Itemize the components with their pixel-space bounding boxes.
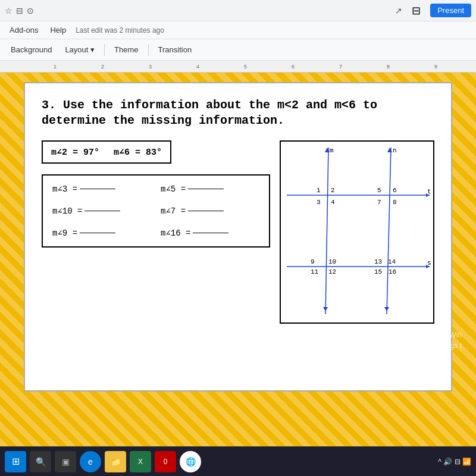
angle3-item: m∠3 = bbox=[52, 184, 151, 194]
angle7-label: m∠7 = bbox=[161, 206, 186, 216]
svg-text:11: 11 bbox=[311, 268, 319, 275]
taskbar-tray: ^ 🔊 ⊟ 📶 bbox=[438, 458, 471, 466]
svg-text:6: 6 bbox=[393, 187, 397, 194]
angle10-label: m∠10 = bbox=[52, 206, 82, 216]
layout-button[interactable]: Layout ▾ bbox=[59, 43, 101, 57]
angle7-item: m∠7 = bbox=[161, 206, 259, 216]
svg-text:2: 2 bbox=[331, 187, 335, 194]
svg-text:10: 10 bbox=[328, 258, 336, 265]
svg-text:16: 16 bbox=[389, 268, 396, 275]
explorer-icon[interactable]: 📁 bbox=[105, 451, 126, 472]
svg-marker-20 bbox=[387, 148, 392, 152]
background-button[interactable]: Background bbox=[5, 43, 58, 57]
slide-wrapper: 3. Use the information about the m<2 and… bbox=[10, 82, 466, 392]
activate-line2: Go to Settings t bbox=[412, 340, 462, 351]
svg-text:6: 6 bbox=[292, 64, 295, 70]
chrome-icons: ☆ ⊟ ⊙ bbox=[5, 6, 34, 15]
angle3-line bbox=[80, 189, 115, 189]
fill-row-1: m∠3 = m∠5 = bbox=[52, 184, 259, 194]
minimize-icon[interactable]: ⊟ bbox=[412, 4, 421, 17]
svg-text:n: n bbox=[393, 147, 397, 154]
slide: 3. Use the information about the m<2 and… bbox=[24, 82, 452, 392]
svg-text:m: m bbox=[330, 147, 334, 154]
svg-text:13: 13 bbox=[374, 258, 382, 265]
screen: ☆ ⊟ ⊙ ↗ ⊟ Present Add-ons Help Last edit… bbox=[0, 0, 476, 476]
svg-text:4: 4 bbox=[196, 64, 199, 70]
toolbar: Background Layout ▾ Theme Transition bbox=[0, 39, 476, 61]
svg-text:9: 9 bbox=[311, 258, 315, 265]
angle10-line bbox=[84, 211, 120, 211]
svg-text:12: 12 bbox=[328, 268, 336, 275]
edge-icon[interactable]: e bbox=[80, 451, 101, 472]
chrome-icon[interactable]: 🌐 bbox=[180, 451, 201, 472]
svg-text:7: 7 bbox=[377, 199, 381, 206]
menu-help[interactable]: Help bbox=[45, 24, 71, 36]
search-taskbar[interactable]: 🔍 bbox=[30, 451, 51, 472]
angle5-label: m∠5 = bbox=[161, 184, 186, 194]
svg-text:5: 5 bbox=[244, 64, 247, 70]
bookmark-icon[interactable]: ⊟ bbox=[16, 6, 23, 15]
toolbar-separator-2 bbox=[148, 44, 149, 56]
angle16-line bbox=[193, 233, 228, 233]
given-box: m∠2 = 97° m∠6 = 83° bbox=[42, 140, 171, 164]
angle9-label: m∠9 = bbox=[52, 228, 77, 238]
menu-addons[interactable]: Add-ons bbox=[5, 24, 43, 36]
svg-text:8: 8 bbox=[393, 199, 397, 206]
angle2-label: m∠2 = 97° bbox=[51, 146, 99, 158]
last-edit-label: Last edit was 2 minutes ago bbox=[76, 26, 164, 35]
svg-marker-39 bbox=[384, 307, 389, 311]
content-row: m∠2 = 97° m∠6 = 83° m∠3 = bbox=[42, 140, 434, 324]
svg-text:s: s bbox=[427, 259, 431, 267]
diagram-svg: t s m bbox=[281, 142, 434, 320]
tray-icons: ^ 🔊 ⊟ 📶 bbox=[438, 458, 471, 466]
svg-text:5: 5 bbox=[377, 187, 381, 194]
slide-title: 3. Use the information about the m<2 and… bbox=[42, 98, 434, 129]
svg-text:15: 15 bbox=[374, 268, 382, 275]
star-icon[interactable]: ☆ bbox=[5, 6, 12, 15]
svg-text:7: 7 bbox=[339, 64, 342, 70]
toolbar-separator bbox=[104, 44, 105, 56]
activate-line1: Activate Win bbox=[412, 330, 462, 340]
trend-icon: ↗ bbox=[395, 6, 402, 15]
svg-marker-38 bbox=[323, 307, 328, 311]
svg-text:3: 3 bbox=[149, 64, 152, 70]
angle16-item: m∠16 = bbox=[161, 228, 259, 238]
angle3-label: m∠3 = bbox=[52, 184, 77, 194]
task-view-button[interactable]: ▣ bbox=[55, 451, 76, 472]
present-button[interactable]: Present bbox=[430, 4, 471, 17]
theme-button[interactable]: Theme bbox=[108, 43, 144, 57]
angle9-item: m∠9 = bbox=[52, 228, 151, 238]
chrome-bar: ☆ ⊟ ⊙ ↗ ⊟ Present bbox=[0, 0, 476, 21]
svg-text:2: 2 bbox=[101, 64, 104, 70]
svg-text:1: 1 bbox=[54, 64, 57, 70]
svg-text:8: 8 bbox=[387, 64, 390, 70]
svg-text:9: 9 bbox=[434, 64, 437, 70]
start-button[interactable]: ⊞ bbox=[5, 451, 26, 472]
menu-bar: Add-ons Help Last edit was 2 minutes ago bbox=[0, 21, 476, 39]
angle10-item: m∠10 = bbox=[52, 206, 151, 216]
fill-row-2: m∠10 = m∠7 = bbox=[52, 206, 259, 216]
svg-text:1: 1 bbox=[317, 187, 321, 194]
svg-line-16 bbox=[325, 148, 328, 314]
ruler: 1 2 3 4 5 6 7 8 9 bbox=[0, 61, 476, 73]
svg-text:14: 14 bbox=[388, 258, 396, 265]
fill-row-3: m∠9 = m∠16 = bbox=[52, 228, 259, 238]
left-panel: m∠2 = 97° m∠6 = 83° m∠3 = bbox=[42, 140, 270, 324]
excel-icon[interactable]: X bbox=[130, 451, 151, 472]
angle6-label: m∠6 = 83° bbox=[114, 146, 162, 158]
angle5-line bbox=[188, 189, 224, 189]
angle9-line bbox=[80, 233, 115, 233]
activate-watermark: Activate Win Go to Settings t bbox=[412, 330, 462, 351]
svg-text:3: 3 bbox=[317, 199, 321, 206]
share-icon[interactable]: ⊙ bbox=[27, 6, 34, 15]
app-icon[interactable]: 0 bbox=[155, 451, 176, 472]
angle7-line bbox=[188, 211, 224, 211]
taskbar: ⊞ 🔍 ▣ e 📁 X 0 🌐 ^ 🔊 ⊟ 📶 bbox=[0, 446, 476, 476]
svg-text:4: 4 bbox=[331, 199, 335, 206]
svg-text:t: t bbox=[427, 188, 431, 195]
angle5-item: m∠5 = bbox=[161, 184, 259, 194]
diagram-panel: t s m bbox=[280, 140, 434, 324]
fill-table: m∠3 = m∠5 = bbox=[42, 174, 270, 248]
transition-button[interactable]: Transition bbox=[152, 43, 198, 57]
angle16-label: m∠16 = bbox=[161, 228, 190, 238]
